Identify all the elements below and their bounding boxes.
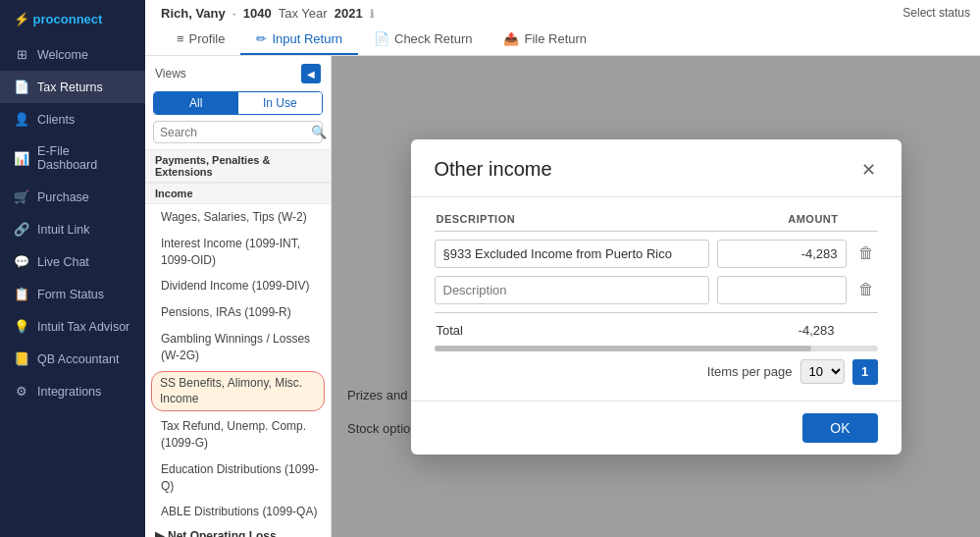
views-label: Views <box>155 67 186 81</box>
info-icon[interactable]: ℹ <box>370 8 374 20</box>
other-income-modal: Other income ✕ DESCRIPTION AMOUNT <box>411 139 902 455</box>
delete-row-1-button[interactable]: 🗑 <box>854 242 878 264</box>
list-item-highlighted[interactable]: SS Benefits, Alimony, Misc. Income <box>151 371 325 412</box>
modal-footer: OK <box>411 401 902 455</box>
sidebar-item-form-status[interactable]: 📋 Form Status <box>0 278 145 310</box>
list-item[interactable]: Interest Income (1099-INT, 1099-OID) <box>145 231 331 274</box>
sidebar-item-label: Integrations <box>37 385 101 399</box>
modal-body: DESCRIPTION AMOUNT 🗑 <box>411 197 902 401</box>
modal-overlay: Other income ✕ DESCRIPTION AMOUNT <box>332 56 980 537</box>
items-per-page-label: Items per page <box>707 364 793 379</box>
list-item[interactable]: ABLE Distributions (1099-QA) <box>145 499 331 525</box>
sidebar-item-label: Welcome <box>37 48 88 62</box>
tab-input-return[interactable]: ✏ Input Return <box>240 25 358 55</box>
views-panel: Views ◀ All In Use 🔍 Payments, Penalties… <box>145 56 332 537</box>
expand-icon: ▶ <box>155 529 164 537</box>
qb-accountant-icon: 📒 <box>14 351 29 366</box>
taxpayer-name: Rich, Vany <box>161 6 226 21</box>
form-label: 1040 <box>243 6 272 21</box>
filter-all-button[interactable]: All <box>154 92 238 114</box>
total-label: Total <box>435 323 741 338</box>
list-item[interactable]: Dividend Income (1099-DIV) <box>145 273 331 299</box>
description-column-header: DESCRIPTION <box>435 213 705 225</box>
modal-close-button[interactable]: ✕ <box>859 157 878 183</box>
modal-pagination: Items per page 10 25 50 1 <box>435 359 878 385</box>
page-content: Prizes and awards Stock options <box>332 56 980 537</box>
sidebar-item-label: E-File Dashboard <box>37 144 131 172</box>
intuit-link-icon: 🔗 <box>14 222 29 237</box>
ok-button[interactable]: OK <box>802 413 877 443</box>
delete-row-2-button[interactable]: 🗑 <box>854 279 878 300</box>
views-list: Wages, Salaries, Tips (W-2) Interest Inc… <box>145 204 331 537</box>
sidebar-item-purchase[interactable]: 🛒 Purchase <box>0 181 145 213</box>
sidebar-item-label: Intuit Link <box>37 223 90 237</box>
select-status[interactable]: Select status <box>903 6 970 20</box>
sidebar-item-integrations[interactable]: ⚙ Integrations <box>0 375 145 407</box>
list-item[interactable]: Gambling Winnings / Losses (W-2G) <box>145 326 331 369</box>
tax-advisor-icon: 💡 <box>14 319 29 334</box>
description-input-1[interactable] <box>435 240 709 268</box>
modal-table-header: DESCRIPTION AMOUNT <box>435 213 878 232</box>
check-return-icon: 📄 <box>374 31 389 46</box>
modal-scrollbar-row <box>435 346 878 351</box>
taxpayer-info: Rich, Vany · 1040 Tax Year 2021 ℹ <box>161 6 964 21</box>
amount-column-header: AMOUNT <box>705 213 843 225</box>
amount-input-2[interactable] <box>717 276 847 304</box>
per-page-selector[interactable]: 10 25 50 <box>800 359 845 384</box>
clients-icon: 👤 <box>14 112 29 127</box>
sidebar-item-label: QB Accountant <box>37 352 119 366</box>
efile-icon: 📊 <box>14 151 29 166</box>
logo-text: ⚡ proconnect <box>14 12 102 27</box>
profile-icon: ≡ <box>177 31 184 46</box>
sidebar-item-live-chat[interactable]: 💬 Live Chat <box>0 245 145 278</box>
views-search-bar[interactable]: 🔍 <box>153 121 323 143</box>
tab-label: File Return <box>524 31 587 46</box>
sidebar-item-efile-dashboard[interactable]: 📊 E-File Dashboard <box>0 135 145 181</box>
page-1-button[interactable]: 1 <box>852 359 878 385</box>
list-item[interactable]: Education Distributions (1099-Q) <box>145 456 331 500</box>
sidebar-item-label: Form Status <box>37 288 104 301</box>
net-operating-loss-label: Net Operating Loss <box>168 529 277 537</box>
modal-row-2: 🗑 <box>435 276 878 304</box>
tax-year: 2021 <box>335 6 363 21</box>
modal-total-row: Total -4,283 <box>435 312 878 338</box>
list-item[interactable]: Wages, Salaries, Tips (W-2) <box>145 204 331 231</box>
total-value: -4,283 <box>741 323 878 338</box>
net-operating-loss-header[interactable]: ▶ Net Operating Loss <box>145 525 331 537</box>
tab-file-return[interactable]: 📤 File Return <box>488 25 602 55</box>
sidebar-item-welcome[interactable]: ⊞ Welcome <box>0 38 145 71</box>
welcome-icon: ⊞ <box>14 47 29 62</box>
sidebar-item-qb-accountant[interactable]: 📒 QB Accountant <box>0 343 145 375</box>
purchase-icon: 🛒 <box>14 189 29 204</box>
filter-in-use-button[interactable]: In Use <box>238 92 323 114</box>
description-input-2[interactable] <box>435 276 709 304</box>
sidebar-item-clients[interactable]: 👤 Clients <box>0 103 145 135</box>
sidebar-item-intuit-link[interactable]: 🔗 Intuit Link <box>0 213 145 245</box>
amount-input-1[interactable] <box>717 240 847 268</box>
views-toggle-button[interactable]: ◀ <box>301 64 321 83</box>
sidebar-item-tax-returns[interactable]: 📄 Tax Returns <box>0 71 145 103</box>
modal-header: Other income ✕ <box>411 139 902 197</box>
content-area: Views ◀ All In Use 🔍 Payments, Penalties… <box>145 56 980 537</box>
live-chat-icon: 💬 <box>14 254 29 269</box>
per-page-select[interactable]: 10 25 50 <box>800 359 845 384</box>
sidebar-item-intuit-tax-advisor[interactable]: 💡 Intuit Tax Advisor <box>0 310 145 343</box>
search-icon: 🔍 <box>311 125 327 139</box>
sidebar: ⚡ proconnect ⊞ Welcome 📄 Tax Returns 👤 C… <box>0 0 145 537</box>
tab-check-return[interactable]: 📄 Check Return <box>358 25 488 55</box>
integrations-icon: ⚙ <box>14 384 29 399</box>
tab-profile[interactable]: ≡ Profile <box>161 25 240 55</box>
modal-title: Other income <box>435 158 552 181</box>
modal-scrollbar-thumb <box>435 346 811 351</box>
file-return-icon: 📤 <box>503 31 519 46</box>
sidebar-item-label: Live Chat <box>37 255 89 269</box>
tab-label: Check Return <box>394 31 472 46</box>
modal-scrollbar[interactable] <box>435 346 878 351</box>
form-status-icon: 📋 <box>14 287 29 301</box>
list-item[interactable]: Tax Refund, Unemp. Comp. (1099-G) <box>145 413 331 456</box>
tab-label: Profile <box>189 31 226 46</box>
list-item[interactable]: Pensions, IRAs (1099-R) <box>145 299 331 326</box>
sidebar-item-label: Purchase <box>37 190 89 204</box>
tax-returns-icon: 📄 <box>14 80 29 94</box>
search-input[interactable] <box>160 126 307 139</box>
